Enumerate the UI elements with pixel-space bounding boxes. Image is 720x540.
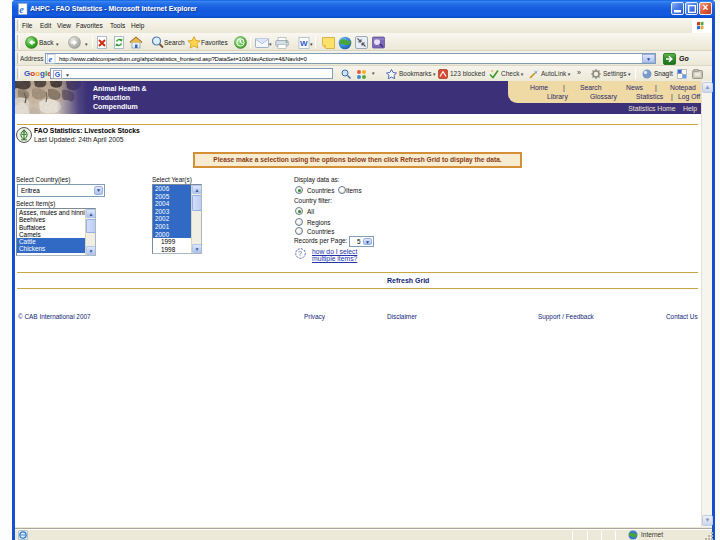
svg-text:e: e <box>19 4 24 15</box>
svg-text:W: W <box>300 39 308 48</box>
svg-text:?: ? <box>298 250 302 257</box>
svg-text:e: e <box>49 54 53 64</box>
